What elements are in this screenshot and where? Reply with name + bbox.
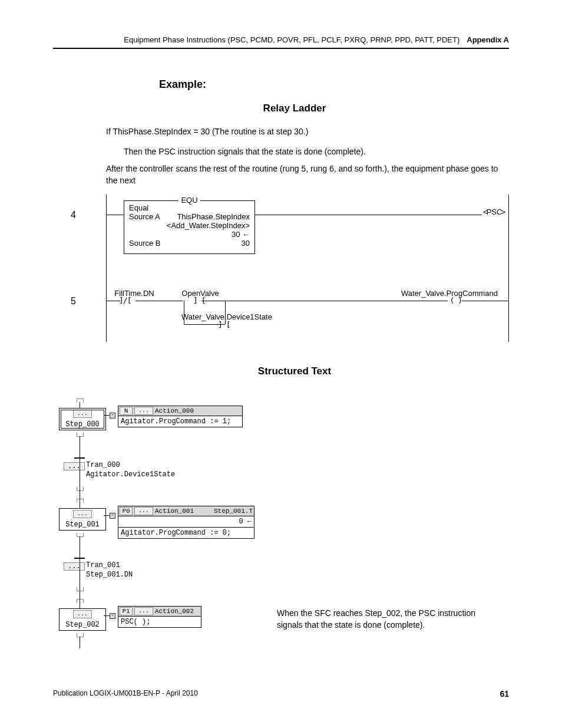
step-000-box: ... Step_000 [59,408,106,430]
tran-001-label: Tran_001 [86,561,120,569]
ellipsis-icon: ... [134,507,153,515]
action-000-qualifier: N [120,407,133,415]
header-chapter-title: Equipment Phase Instructions (PSC, PCMD,… [124,35,459,44]
body-line-3: After the controller scans the rest of t… [106,163,509,186]
action-000-body: Agitator.ProgCommand := 1; [118,416,242,427]
filltime-dn-label: FillTime.DN [111,289,158,298]
action-001-body: Agitator.ProgCommand := 0; [118,527,254,538]
equ-source-a-label: Source A [129,212,160,221]
tran-000-label: Tran_000 [86,461,120,469]
action-000-box: N ... Action_000 Agitator.ProgCommand :=… [118,406,243,427]
ellipsis-icon: ... [73,510,92,518]
ladder-diagram: 4 PSC EQU Equal Source A ThisPhase.StepI… [53,195,509,342]
step-002-box: ... Step_002 [59,608,106,631]
equ-source-b-label: Source B [129,239,160,248]
ellipsis-icon: ... [73,610,92,618]
step-002-label: Step_002 [65,621,100,629]
action-002-name: Action_002 [155,608,194,615]
equ-source-b-value: 30 [242,239,250,248]
body-line-2: Then the PSC instruction signals that th… [124,146,509,158]
action-001-qualifier: P0 [120,507,133,515]
ellipsis-icon: ... [134,407,153,415]
action-000-name: Action_000 [155,407,194,414]
equ-title: EQU [178,196,200,205]
body-line-1: If ThisPhase.StepIndex = 30 (The routine… [106,126,509,138]
minus-icon: - [110,513,115,519]
psc-output: PSC [483,207,505,216]
equ-equal-label: Equal [129,203,148,212]
action-002-box: P1 ... Action_002 PSC( ); [118,606,201,628]
page-number: 61 [500,689,509,699]
header-appendix: Appendix A [467,35,509,44]
xio-contact-icon: ]/[ [119,296,131,305]
action-001-box: P0 ... Action_001 Step_001.T 0 ← Agitato… [118,506,254,539]
sfc-caption: When the SFC reaches Step_002, the PSC i… [277,608,501,631]
ellipsis-icon: ... [64,462,85,470]
rung-number-4: 4 [71,210,76,220]
action-001-timer: Step_001.T [214,508,253,515]
step-001-box: ... Step_001 [59,508,106,531]
sfc-diagram: ... Step_000 - N ... Action_000 Agitator… [53,395,253,654]
minus-icon: - [110,413,115,419]
ote-coil-icon: ( ) [450,296,462,305]
relay-ladder-heading: Relay Ladder [159,103,430,114]
ellipsis-icon: ... [134,607,153,615]
page-header: Equipment Phase Instructions (PSC, PCMD,… [53,35,509,49]
ellipsis-icon: ... [73,410,92,418]
minus-icon: - [110,613,115,619]
equ-instruction-box: EQU Equal Source A ThisPhase.StepIndex <… [124,200,255,254]
equ-source-a-value: ThisPhase.StepIndex [177,212,250,221]
rung-number-5: 5 [71,296,76,307]
tran-000-condition: Agitator.Device1State [86,470,175,479]
action-002-body: PSC( ); [118,617,201,627]
example-heading: Example: [159,78,509,91]
step-001-label: Step_001 [65,521,100,529]
action-002-qualifier: P1 [120,607,133,615]
ellipsis-icon: ... [64,562,85,571]
action-001-name: Action_001 [155,508,194,515]
equ-hint: <Add_Water.StepIndex> [167,221,250,230]
tran-001-condition: Step_001.DN [86,571,133,579]
publication-info: Publication LOGIX-UM001B-EN-P - April 20… [53,689,198,699]
xic-contact-icon-2: ] [ [218,320,230,329]
step-000-label: Step_000 [65,420,100,429]
page-footer: Publication LOGIX-UM001B-EN-P - April 20… [53,689,509,699]
structured-text-heading: Structured Text [159,365,430,377]
equ-30-arrow: 30 ← [232,230,250,239]
xic-contact-icon-1: ] [ [193,296,205,305]
action-001-zero: 0 ← [118,516,254,527]
